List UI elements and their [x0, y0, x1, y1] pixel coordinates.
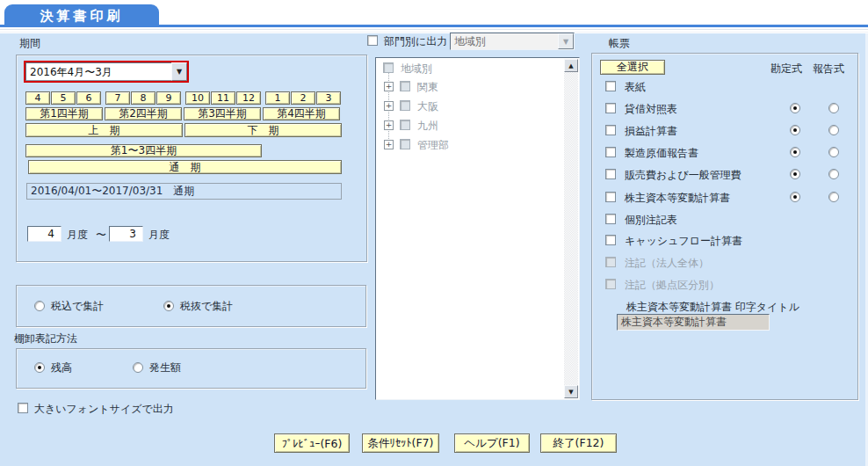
balance-radio[interactable]	[34, 362, 45, 373]
page-title: 決算書印刷	[4, 4, 159, 27]
month-button[interactable]: 1	[265, 91, 290, 105]
report-format-radio[interactable]	[828, 125, 839, 135]
month-to-unit-label: 月度	[148, 228, 170, 243]
report-row: 注記（法人全体）	[592, 256, 857, 270]
tree-item-label: 管理部	[417, 138, 449, 153]
tree-item-label: 関東	[417, 80, 438, 95]
month-button[interactable]: 8	[131, 91, 156, 105]
month-button[interactable]: 10	[185, 91, 210, 105]
report-label: キャッシュフロー計算書	[625, 234, 742, 249]
reset-conditions-button[interactable]: 条件ﾘｾｯﾄ(F7)	[362, 433, 439, 453]
report-format-radio[interactable]	[828, 192, 839, 202]
tree-checkbox[interactable]	[400, 120, 410, 130]
help-button[interactable]: ヘルプ(F1)	[454, 433, 530, 453]
chevron-down-icon[interactable]: ▼	[171, 62, 187, 81]
tax-included-radio[interactable]	[34, 301, 45, 311]
month-to-input[interactable]: 3	[109, 226, 143, 242]
month-range-tilde: 〜	[96, 228, 106, 243]
report-format-header: 報告式	[813, 62, 844, 76]
report-row: キャッシュフロー計算書	[592, 234, 857, 248]
report-format-radio[interactable]	[828, 103, 839, 113]
month-button[interactable]: 5	[51, 91, 76, 105]
report-checkbox[interactable]	[605, 147, 616, 157]
report-checkbox[interactable]	[605, 81, 616, 91]
month-button[interactable]: 4	[25, 91, 50, 105]
tax-groupbox: 税込で集計 税抜で集計	[16, 285, 366, 327]
report-row: 損益計算書	[592, 124, 857, 138]
report-format-radio[interactable]	[828, 147, 839, 157]
department-tree: 地域別 + 関東 + 大阪 + 九州 + 管理部 ▲ ▼	[375, 57, 580, 400]
report-label: 表紙	[625, 80, 646, 95]
month-button[interactable]: 9	[156, 91, 181, 105]
half-button-row: 上 期 下 期	[25, 123, 342, 137]
tree-checkbox[interactable]	[400, 81, 410, 91]
expand-plus-icon[interactable]: +	[384, 140, 394, 149]
report-row: 製造原価報告書	[592, 146, 857, 160]
month-button[interactable]: 3	[316, 91, 341, 105]
report-checkbox[interactable]	[605, 235, 616, 245]
q1-to-q3-button[interactable]: 第1〜3四半期	[25, 144, 262, 157]
account-format-header: 勘定式	[770, 62, 802, 76]
first-half-button[interactable]: 上 期	[25, 123, 183, 137]
account-format-radio[interactable]	[790, 103, 800, 113]
report-label: 販売費および一般管理費	[625, 168, 741, 183]
report-format-radio[interactable]	[828, 169, 839, 179]
tax-excluded-radio[interactable]	[163, 301, 174, 311]
quarter-button-row: 第1四半期 第2四半期 第3四半期 第4四半期	[25, 107, 340, 120]
account-format-radio[interactable]	[790, 147, 800, 157]
department-type-value: 地域別	[451, 33, 558, 49]
account-format-radio[interactable]	[790, 125, 800, 135]
report-checkbox[interactable]	[605, 214, 616, 224]
month-button[interactable]: 7	[105, 91, 130, 105]
scroll-down-icon[interactable]: ▼	[564, 385, 578, 398]
account-format-radio[interactable]	[790, 192, 800, 202]
report-label: 個別注記表	[625, 213, 677, 228]
tree-checkbox[interactable]	[400, 100, 410, 111]
month-from-unit-label: 月度	[67, 228, 88, 243]
exit-button[interactable]: 終了(F12)	[540, 433, 617, 453]
report-checkbox[interactable]	[605, 192, 616, 202]
expand-plus-icon[interactable]: +	[384, 82, 394, 91]
balance-label: 残高	[51, 360, 72, 375]
month-button[interactable]: 11	[211, 91, 235, 105]
tree-scrollbar[interactable]: ▲ ▼	[564, 59, 578, 398]
report-row: 販売費および一般管理費	[592, 168, 857, 182]
report-checkbox[interactable]	[605, 103, 616, 113]
scroll-up-icon[interactable]: ▲	[564, 59, 578, 72]
report-checkbox[interactable]	[605, 125, 616, 135]
occurrence-radio[interactable]	[133, 362, 143, 373]
full-period-button[interactable]: 通 期	[28, 160, 342, 174]
tree-checkbox[interactable]	[383, 62, 394, 73]
quarter-button[interactable]: 第2四半期	[105, 107, 182, 120]
quarter-button[interactable]: 第3四半期	[184, 107, 261, 120]
print-dialog: 決算書印刷 期間 2016年4月〜3月 ▼ 4 5 6 7 8 9 10 11 …	[0, 0, 868, 466]
month-button[interactable]: 6	[76, 91, 101, 105]
preview-button[interactable]: ﾌﾟﾚﾋﾞｭｰ(F6)	[274, 433, 350, 453]
quarter-button[interactable]: 第1四半期	[25, 107, 103, 120]
expand-plus-icon[interactable]: +	[384, 120, 394, 130]
tree-item-label: 九州	[417, 119, 438, 134]
expand-plus-icon[interactable]: +	[384, 101, 394, 111]
report-label: 株主資本等変動計算書	[625, 191, 730, 206]
report-checkbox[interactable]	[605, 169, 616, 179]
account-format-radio[interactable]	[790, 169, 800, 179]
report-row: 表紙	[592, 80, 857, 94]
month-button-row: 4 5 6 7 8 9 10 11 12 1 2 3	[25, 91, 341, 105]
tree-checkbox[interactable]	[400, 139, 410, 149]
select-all-button[interactable]: 全選択	[600, 60, 665, 75]
quarter-button[interactable]: 第4四半期	[263, 107, 340, 120]
month-button[interactable]: 2	[291, 91, 315, 105]
report-row: 貸借対照表	[592, 102, 857, 116]
month-button[interactable]: 12	[236, 91, 261, 105]
department-output-checkbox[interactable]	[367, 35, 378, 46]
fiscal-year-combobox[interactable]: 2016年4月〜3月 ▼	[24, 61, 189, 83]
period-section-label: 期間	[19, 36, 40, 51]
month-from-input[interactable]: 4	[27, 226, 61, 242]
decorative-stripes	[0, 27, 868, 33]
large-font-checkbox[interactable]	[18, 403, 28, 413]
report-label: 損益計算書	[625, 124, 677, 139]
print-title-input[interactable]: 株主資本等変動計算書	[617, 314, 770, 331]
report-label: 注記（拠点区分別）	[625, 278, 720, 293]
second-half-button[interactable]: 下 期	[184, 123, 342, 137]
reports-section-label: 帳票	[609, 36, 630, 51]
